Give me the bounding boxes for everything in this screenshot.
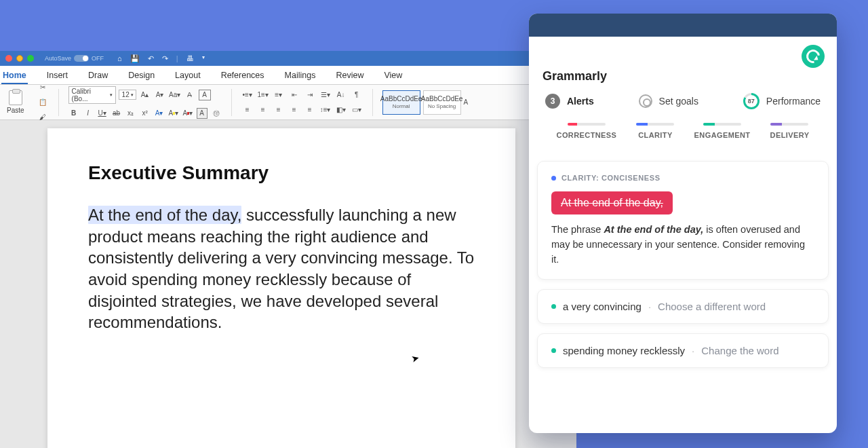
- strike-suggestion[interactable]: At the end of the day,: [551, 191, 673, 214]
- ribbon-tabs: Home Insert Draw Design Layout Reference…: [0, 66, 576, 85]
- subscript-button[interactable]: x₂: [125, 108, 136, 119]
- multilevel-icon[interactable]: ≡▾: [273, 90, 285, 100]
- cat-delivery[interactable]: DELIVERY: [770, 123, 810, 139]
- clipboard-extra[interactable]: ✂ 📋 🖌: [33, 82, 53, 123]
- highlight-color-icon[interactable]: A▾: [168, 108, 179, 119]
- dec-indent-icon[interactable]: ⇤: [288, 90, 300, 100]
- target-icon: [639, 94, 652, 108]
- enclosed-char-icon[interactable]: ㊞: [211, 108, 222, 119]
- performance-ring-icon: 87: [743, 93, 760, 109]
- asian-layout-icon[interactable]: ☰▾: [319, 90, 332, 100]
- tab-alerts[interactable]: 3 Alerts: [545, 93, 594, 109]
- italic-button[interactable]: I: [83, 108, 94, 119]
- highlighted-phrase: At the end of the day,: [88, 206, 241, 224]
- suggestion-card[interactable]: spending money recklessly · Change the w…: [537, 333, 829, 368]
- shading-icon[interactable]: ◧▾: [335, 105, 347, 115]
- show-marks-icon[interactable]: ¶: [351, 90, 363, 100]
- cut-icon[interactable]: ✂: [37, 82, 49, 93]
- print-icon[interactable]: 🖶: [186, 54, 194, 63]
- page-title: Executive Summary: [88, 162, 475, 184]
- style-no-spacing[interactable]: AaBbCcDdEe No Spacing: [423, 90, 461, 115]
- style-normal[interactable]: AaBbCcDdEe Normal: [382, 90, 420, 115]
- save-icon[interactable]: 💾: [130, 54, 140, 63]
- chevron-down-icon[interactable]: ▾: [202, 54, 205, 63]
- numbering-icon[interactable]: 1≡▾: [257, 90, 269, 100]
- clipboard-icon: [9, 90, 22, 105]
- tab-set-goals[interactable]: Set goals: [639, 93, 698, 109]
- tab-mailings[interactable]: Mailings: [283, 67, 317, 84]
- suggestion-card-main[interactable]: CLARITY: CONCISENESS At the end of the d…: [537, 161, 829, 280]
- bar-delivery-icon: [770, 123, 808, 126]
- suggestion-text: a very convincing: [563, 301, 642, 312]
- suggestion-list: CLARITY: CONCISENESS At the end of the d…: [529, 146, 837, 433]
- justify-icon[interactable]: ≡: [288, 105, 300, 115]
- font-color-icon[interactable]: A▾: [182, 108, 193, 119]
- font-size-select[interactable]: 12▾: [119, 90, 136, 100]
- autosave-state: OFF: [92, 55, 104, 62]
- tab-references[interactable]: References: [220, 67, 266, 84]
- change-case-icon[interactable]: Aa▾: [169, 90, 181, 100]
- paste-button[interactable]: Paste: [3, 90, 28, 114]
- undo-icon[interactable]: ↶: [148, 54, 154, 63]
- autosave-toggle[interactable]: AutoSave OFF: [45, 55, 104, 62]
- strike-button[interactable]: ab: [111, 108, 122, 119]
- font-group: Calibri (Bo...▾ 12▾ A▴ A▾ Aa▾ A̶ A B I U…: [64, 86, 226, 119]
- redo-icon[interactable]: ↷: [162, 54, 168, 63]
- dot-icon: [551, 304, 556, 309]
- borders-icon[interactable]: ▭▾: [351, 105, 363, 115]
- grammarly-topbar: [529, 14, 837, 37]
- body-paragraph[interactable]: At the end of the day, successfully laun…: [88, 204, 475, 333]
- underline-button[interactable]: U▾: [97, 108, 108, 119]
- tab-home[interactable]: Home: [1, 67, 28, 84]
- grow-font-icon[interactable]: A▴: [139, 90, 151, 100]
- cat-clarity[interactable]: CLARITY: [636, 123, 674, 139]
- document-page[interactable]: Executive Summary At the end of the day,…: [47, 128, 515, 448]
- cat-correctness[interactable]: CORRECTNESS: [557, 123, 617, 139]
- ribbon: Paste ✂ 📋 🖌 Calibri (Bo...▾ 12▾ A▴ A▾ Aa…: [0, 85, 576, 120]
- text-effect-icon[interactable]: A▾: [154, 108, 165, 119]
- tab-layout[interactable]: Layout: [174, 67, 202, 84]
- superscript-button[interactable]: x²: [140, 108, 151, 119]
- dot-icon: [551, 176, 556, 181]
- distribute-icon[interactable]: ≡: [304, 105, 316, 115]
- tab-design[interactable]: Design: [127, 67, 156, 84]
- styles-group: AaBbCcDdEe Normal AaBbCcDdEe No Spacing …: [378, 90, 473, 115]
- minimize-icon[interactable]: [16, 55, 23, 62]
- bold-button[interactable]: B: [68, 108, 79, 119]
- format-painter-icon[interactable]: 🖌: [37, 112, 49, 123]
- alerts-count-badge: 3: [545, 94, 560, 109]
- clear-format-icon[interactable]: A̶: [184, 90, 196, 100]
- dot-icon: [551, 348, 556, 353]
- document-area[interactable]: Executive Summary At the end of the day,…: [0, 120, 576, 448]
- bar-engagement-icon: [703, 123, 741, 126]
- bullets-icon[interactable]: •≡▾: [241, 90, 254, 100]
- char-shading-icon[interactable]: A: [197, 108, 208, 119]
- grammarly-logo-icon[interactable]: [802, 45, 825, 68]
- maximize-icon[interactable]: [27, 55, 34, 62]
- autosave-label: AutoSave: [45, 55, 71, 62]
- suggestion-hint: Change the word: [701, 345, 778, 356]
- tab-review[interactable]: Review: [334, 67, 365, 84]
- word-titlebar: AutoSave OFF ⌂ 💾 ↶ ↷ | 🖶 ▾: [0, 51, 576, 66]
- inc-indent-icon[interactable]: ⇥: [304, 90, 316, 100]
- cat-engagement[interactable]: ENGAGEMENT: [694, 123, 751, 139]
- suggestion-hint: Choose a different word: [658, 301, 766, 312]
- body-rest: successfully launching a new product mea…: [88, 206, 474, 331]
- toggle-icon: [74, 55, 89, 62]
- close-icon[interactable]: [5, 55, 12, 62]
- suggestion-card[interactable]: a very convincing · Choose a different w…: [537, 289, 829, 324]
- align-center-icon[interactable]: ≡: [257, 105, 269, 115]
- align-right-icon[interactable]: ≡: [273, 105, 285, 115]
- shrink-font-icon[interactable]: A▾: [154, 90, 166, 100]
- copy-icon[interactable]: 📋: [37, 97, 49, 108]
- align-left-icon[interactable]: ≡: [241, 105, 254, 115]
- paste-label: Paste: [7, 107, 24, 114]
- char-border-icon[interactable]: A: [199, 90, 211, 100]
- tab-view[interactable]: View: [382, 67, 403, 84]
- line-spacing-icon[interactable]: ↕≡▾: [319, 105, 332, 115]
- tab-draw[interactable]: Draw: [87, 67, 109, 84]
- sort-icon[interactable]: A↓: [335, 90, 347, 100]
- tab-performance[interactable]: 87 Performance: [743, 93, 821, 109]
- font-family-select[interactable]: Calibri (Bo...▾: [68, 86, 116, 104]
- home-icon[interactable]: ⌂: [117, 54, 122, 63]
